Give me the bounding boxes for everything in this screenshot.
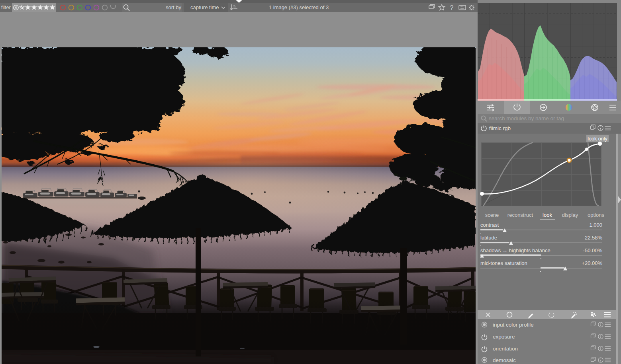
svg-text:scene: scene	[485, 212, 499, 218]
svg-text:+20.00%: +20.00%	[582, 260, 602, 266]
svg-text:?: ?	[450, 4, 454, 11]
svg-text:capture time: capture time	[190, 4, 219, 10]
svg-text:latitude: latitude	[480, 235, 497, 241]
svg-text:contrast: contrast	[480, 222, 499, 228]
svg-text:display: display	[562, 212, 578, 218]
svg-text:22.58%: 22.58%	[585, 235, 603, 241]
svg-text:search modules by name or tag: search modules by name or tag	[489, 115, 564, 121]
svg-text:orientation: orientation	[493, 346, 518, 352]
svg-text:shadows ↔ highlights balance: shadows ↔ highlights balance	[480, 247, 550, 253]
svg-text:1.000: 1.000	[589, 222, 602, 228]
svg-text:reconstruct: reconstruct	[507, 212, 533, 218]
svg-text:mid-tones saturation: mid-tones saturation	[480, 260, 527, 266]
svg-text:-50.00%: -50.00%	[583, 247, 603, 253]
svg-text:1 image (#3) selected of 3: 1 image (#3) selected of 3	[269, 4, 329, 10]
svg-text:demosaic: demosaic	[493, 357, 516, 363]
svg-text:options: options	[588, 212, 604, 218]
svg-text:filter: filter	[1, 5, 11, 10]
svg-text:filmic rgb: filmic rgb	[489, 125, 511, 131]
svg-text:input color profile: input color profile	[493, 322, 534, 328]
svg-text:sort by: sort by	[166, 4, 182, 10]
svg-text:exposure: exposure	[493, 334, 515, 340]
svg-text:look: look	[543, 212, 552, 218]
svg-text:look only: look only	[588, 136, 607, 142]
